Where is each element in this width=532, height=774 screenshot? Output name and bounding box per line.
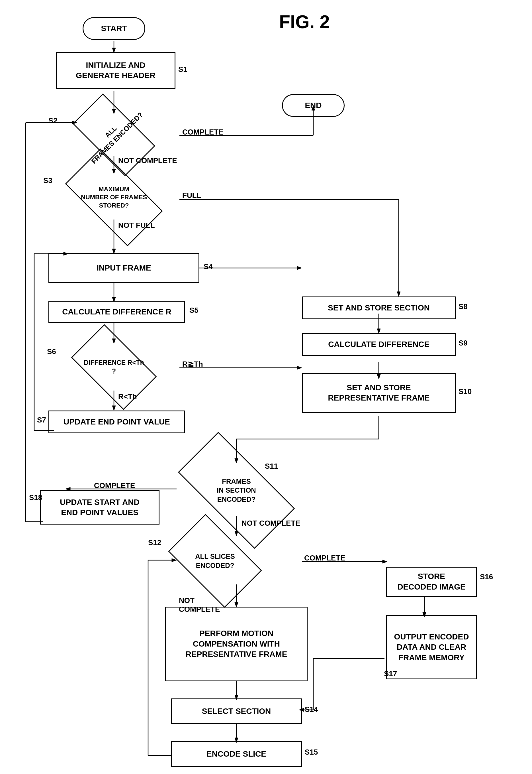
svg-marker-21 [297, 366, 302, 369]
s11-step-label: S11 [265, 462, 278, 471]
s7-step-label: S7 [37, 416, 46, 424]
s3-step-label: S3 [43, 176, 52, 185]
s13-shape: PERFORM MOTION COMPENSATION WITH REPRESE… [165, 607, 308, 681]
s4-step-label: S4 [204, 262, 213, 271]
s1-shape: INITIALIZE AND GENERATE HEADER [56, 52, 175, 89]
not-complete2-label: NOT COMPLETE [242, 519, 300, 528]
s14-step-label: S14 [305, 705, 318, 714]
s6-step-label: S6 [47, 347, 56, 356]
s2-step-label: S2 [48, 116, 58, 125]
not-full-label: NOT FULL [118, 221, 155, 230]
s12-step-label: S12 [148, 538, 161, 547]
svg-marker-23 [112, 406, 116, 410]
svg-marker-45 [382, 560, 387, 563]
s3-text: MAXIMUM NUMBER OF FRAMES STORED? [81, 185, 147, 210]
s9-shape: CALCULATE DIFFERENCE [302, 333, 456, 356]
full-label: FULL [182, 191, 201, 200]
s18-step-label: S18 [29, 493, 42, 502]
s15-shape: ENCODE SLICE [171, 741, 302, 767]
svg-marker-11 [397, 292, 400, 297]
s10-step-label: S10 [459, 387, 472, 396]
r-ge-th-label: R≧Th [182, 360, 203, 369]
r-lt-th-label: R<Th [118, 392, 137, 401]
s16-shape: STORE DECODED IMAGE [386, 567, 477, 597]
not-complete1-label: NOT COMPLETE [118, 156, 177, 165]
flowchart-diagram: FIG. 2 [0, 0, 532, 774]
s5-step-label: S5 [189, 306, 199, 315]
s1-label: S1 [178, 65, 187, 74]
s6-text: DIFFERENCE R<Th ? [84, 359, 144, 376]
complete3-label: COMPLETE [304, 553, 345, 562]
s5-shape: CALCULATE DIFFERENCE R [48, 301, 185, 323]
s18-shape: UPDATE START AND END POINT VALUES [40, 490, 159, 524]
svg-marker-15 [297, 266, 302, 270]
s10-shape: SET AND STORE REPRESENTATIVE FRAME [302, 373, 456, 413]
s15-step-label: S15 [305, 748, 318, 757]
end-shape: END [282, 94, 345, 117]
s4-shape: INPUT FRAME [48, 253, 199, 283]
start-shape: START [83, 17, 145, 40]
s11-text: FRAMES IN SECTION ENCODED? [217, 477, 256, 504]
s16-step-label: S16 [480, 572, 493, 581]
complete1-label: COMPLETE [182, 128, 223, 136]
figure-title: FIG. 2 [279, 11, 330, 32]
s8-step-label: S8 [459, 302, 468, 311]
s14-shape: SELECT SECTION [171, 699, 302, 724]
s8-shape: SET AND STORE SECTION [302, 297, 456, 319]
s7-shape: UPDATE END POINT VALUE [48, 410, 185, 433]
complete2-label: COMPLETE [94, 481, 135, 490]
s17-step-label: S17 [384, 669, 397, 678]
s17-shape: OUTPUT ENCODED DATA AND CLEAR FRAME MEMO… [386, 615, 477, 679]
s9-step-label: S9 [459, 339, 468, 348]
s12-text: ALL SLICES ENCODED? [195, 552, 235, 569]
